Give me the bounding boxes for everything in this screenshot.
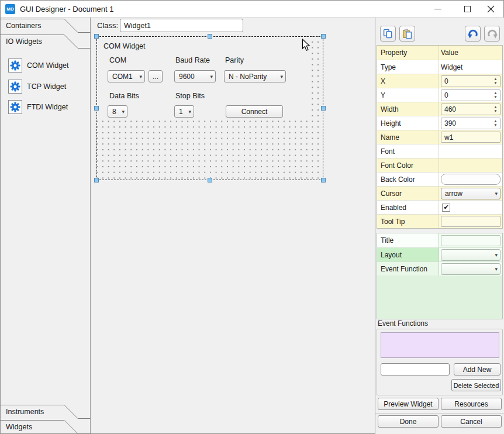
spinner-down-icon: ▼ bbox=[493, 95, 497, 99]
tab-instruments[interactable]: Instruments bbox=[0, 405, 91, 419]
com-port-dropdown[interactable]: COM1 ▾ bbox=[108, 70, 145, 82]
property-row-font: Font bbox=[377, 144, 502, 158]
parity-dropdown[interactable]: N - NoParity ▾ bbox=[224, 70, 286, 82]
stop-bits-dropdown[interactable]: 1 ▾ bbox=[174, 105, 194, 118]
resources-button[interactable]: Resources bbox=[441, 398, 502, 410]
widget-section-empty-area bbox=[377, 275, 502, 319]
layout-cell: ▾ bbox=[439, 248, 502, 261]
sidebar-item-com-widget[interactable]: COM Widget bbox=[0, 58, 90, 73]
delete-selected-button[interactable]: Delete Selected bbox=[451, 379, 501, 391]
property-row-x: X 0 ▲▼ bbox=[377, 74, 502, 88]
name-input[interactable]: w1 bbox=[441, 132, 500, 143]
event-functions-list[interactable] bbox=[381, 332, 499, 358]
sidebar-item-label: FTDI Widget bbox=[27, 100, 68, 114]
redo-button[interactable] bbox=[484, 26, 500, 42]
property-name: Y bbox=[377, 88, 439, 102]
name-value: w1 bbox=[444, 133, 453, 142]
property-value: 0 ▲▼ bbox=[439, 74, 502, 88]
tcp-widget-icon-button[interactable] bbox=[8, 80, 22, 94]
event-function-name-input[interactable] bbox=[381, 363, 450, 376]
titlebar: MD GUI Designer - Document 1 bbox=[1, 1, 503, 18]
done-button[interactable]: Done bbox=[378, 415, 439, 428]
copy-button[interactable] bbox=[380, 26, 396, 42]
cancel-button[interactable]: Cancel bbox=[441, 415, 502, 428]
back-color-swatch[interactable] bbox=[441, 174, 500, 185]
resize-handle-top-center[interactable] bbox=[208, 34, 212, 39]
event-function-dropdown[interactable]: ▾ bbox=[441, 263, 500, 275]
resize-handle-bottom-center[interactable] bbox=[208, 178, 212, 182]
gear-icon bbox=[10, 102, 20, 112]
browse-button[interactable]: ... bbox=[149, 70, 163, 82]
done-label: Done bbox=[400, 418, 417, 426]
resize-handle-top-left[interactable] bbox=[94, 34, 99, 39]
font-color-value[interactable] bbox=[439, 159, 502, 172]
property-row-tool-tip: Tool Tip bbox=[377, 214, 502, 228]
chevron-down-icon: ▾ bbox=[119, 109, 125, 115]
property-value: w1 bbox=[439, 130, 502, 144]
com-label: COM bbox=[109, 56, 126, 64]
undo-button[interactable] bbox=[465, 26, 481, 42]
connect-button[interactable]: Connect bbox=[226, 105, 283, 118]
tab-widgets[interactable]: Widgets bbox=[0, 420, 91, 434]
paste-button[interactable] bbox=[399, 26, 415, 42]
tab-io-widgets[interactable]: IO Widgets bbox=[0, 35, 91, 49]
resize-handle-bottom-right[interactable] bbox=[321, 178, 326, 182]
mouse-cursor-icon bbox=[302, 39, 310, 51]
design-canvas[interactable]: COM Widget COM Baud Rate Parity COM1 ▾ .… bbox=[96, 36, 323, 180]
com-widget-instance[interactable]: COM Widget COM Baud Rate Parity COM1 ▾ .… bbox=[97, 37, 308, 120]
stop-bits-label: Stop Bits bbox=[175, 92, 205, 100]
maximize-button[interactable] bbox=[455, 1, 479, 18]
resize-handle-top-right[interactable] bbox=[321, 34, 326, 39]
resize-handle-mid-left[interactable] bbox=[94, 106, 99, 111]
layout-row: Layout ▾ bbox=[377, 247, 502, 261]
resize-handle-bottom-left[interactable] bbox=[94, 178, 99, 182]
sidebar-item-tcp-widget[interactable]: TCP Widget bbox=[0, 80, 90, 94]
preview-widget-button[interactable]: Preview Widget bbox=[378, 398, 439, 410]
property-name: Type bbox=[377, 60, 439, 74]
property-name: Width bbox=[377, 102, 439, 116]
property-value bbox=[439, 173, 502, 186]
x-spinner[interactable]: 0 ▲▼ bbox=[441, 75, 500, 87]
data-bits-dropdown[interactable]: 8 ▾ bbox=[108, 105, 127, 118]
com-widget-icon-button[interactable] bbox=[8, 58, 22, 73]
spinner-value: 0 bbox=[444, 77, 448, 85]
enabled-checkbox[interactable]: ✔ bbox=[442, 204, 450, 212]
spinner-buttons[interactable]: ▲▼ bbox=[491, 77, 500, 85]
ftdi-widget-icon-button[interactable] bbox=[8, 100, 22, 114]
resize-handle-mid-right[interactable] bbox=[321, 106, 326, 111]
add-new-button[interactable]: Add New bbox=[454, 363, 500, 376]
gear-icon bbox=[10, 81, 20, 92]
baud-rate-dropdown[interactable]: 9600 ▾ bbox=[174, 70, 216, 82]
add-new-label: Add New bbox=[463, 366, 492, 374]
widget-section-table: Title Layout ▾ Event Function bbox=[377, 233, 503, 319]
font-value[interactable] bbox=[439, 144, 502, 158]
spinner-value: 390 bbox=[444, 119, 456, 128]
cursor-dropdown[interactable]: arrow ▾ bbox=[441, 188, 500, 199]
spinner-buttons[interactable]: ▲▼ bbox=[491, 91, 500, 99]
sidebar-item-ftdi-widget[interactable]: FTDI Widget bbox=[0, 100, 90, 114]
property-name: Height bbox=[377, 116, 439, 130]
property-row-cursor: Cursor arrow ▾ bbox=[377, 186, 502, 200]
tab-containers[interactable]: Containers bbox=[0, 19, 91, 33]
spinner-buttons[interactable]: ▲▼ bbox=[491, 105, 500, 113]
width-spinner[interactable]: 460 ▲▼ bbox=[441, 104, 500, 115]
property-table-header: Property Value bbox=[377, 46, 502, 60]
chevron-down-icon: ▾ bbox=[492, 266, 498, 272]
event-function-label: Event Function bbox=[377, 262, 439, 275]
height-spinner[interactable]: 390 ▲▼ bbox=[441, 118, 500, 129]
minimize-button[interactable] bbox=[426, 1, 450, 18]
sidebar-item-label: TCP Widget bbox=[27, 80, 66, 94]
class-input[interactable]: Widget1 bbox=[120, 19, 243, 32]
tool-tip-input[interactable] bbox=[441, 216, 500, 227]
chevron-down-icon: ▾ bbox=[136, 74, 142, 80]
spinner-buttons[interactable]: ▲▼ bbox=[491, 119, 500, 128]
spinner-down-icon: ▼ bbox=[493, 123, 497, 128]
class-input-value: Widget1 bbox=[124, 22, 151, 30]
close-button[interactable] bbox=[479, 1, 502, 18]
title-input[interactable] bbox=[441, 235, 500, 246]
y-spinner[interactable]: 0 ▲▼ bbox=[441, 89, 500, 101]
com-port-value: COM1 bbox=[112, 73, 133, 81]
spinner-value: 460 bbox=[444, 105, 456, 113]
connect-label: Connect bbox=[241, 108, 268, 116]
layout-dropdown[interactable]: ▾ bbox=[441, 249, 500, 261]
